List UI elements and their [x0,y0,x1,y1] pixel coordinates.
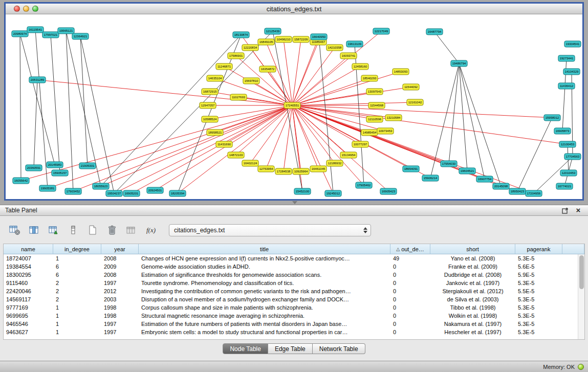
table-row[interactable]: 946362711997Embryonic stem cells: a mode… [4,328,584,336]
graph-node[interactable]: 12458160 [352,63,368,70]
graph-edge[interactable] [459,63,485,179]
table-cell[interactable]: 5.3E-5 [515,328,562,336]
graph-node[interactable]: 19245012 [325,190,341,196]
graph-edge[interactable] [459,63,467,171]
table-cell[interactable]: 5.6E-5 [515,262,562,271]
table-cell[interactable]: 5.9E-5 [515,271,562,279]
table-cell[interactable]: Dudbridge et al. (2008) [430,271,515,279]
table-cell[interactable]: 1997 [101,279,139,287]
graph-node[interactable]: 20145098 [493,183,509,189]
table-cell[interactable]: 0 [390,262,430,271]
graph-node[interactable]: 17204956 [526,190,542,196]
table-row[interactable]: 977716911998Corpus callosum shape and si… [4,303,584,312]
table-cell[interactable]: 0 [390,271,430,279]
tab-network-table[interactable]: Network Table [313,343,365,354]
graph-node[interactable]: 20980974 [12,31,28,37]
table-row[interactable]: 1830029562008Estimation of significance … [4,271,584,279]
graph-node[interactable]: 16640950 [311,34,327,40]
graph-node[interactable]: 17284538 [275,168,292,174]
graph-node[interactable]: 16354872 [259,66,276,72]
table-cell[interactable]: 5.3E-5 [515,303,562,312]
graph-edge[interactable] [434,32,459,63]
graph-edge[interactable] [292,105,568,144]
graph-node[interactable]: 19613109 [346,41,363,47]
graph-node[interactable]: 16461045 [310,166,326,172]
table-cell[interactable]: Embryonic stem cells: a model to study s… [139,328,390,336]
graph-edge[interactable] [292,105,534,193]
graph-node[interactable]: 15906214 [422,175,439,181]
graph-edge[interactable] [517,118,552,191]
table-cell[interactable]: 5.3E-5 [515,279,562,287]
table-cell[interactable]: 5.5E-5 [515,287,562,295]
graph-node[interactable]: 13097543 [366,89,383,95]
table-cell[interactable]: 1997 [101,328,139,336]
table-cell[interactable]: Jankovic et al. (1997) [430,279,515,287]
table-row[interactable]: 911546021997Tourette syndrome. Phenomeno… [4,279,584,287]
graph-node[interactable]: 17903452 [65,188,81,194]
graph-node[interactable]: 15452100 [294,188,311,194]
table-cell[interactable]: Yano et al. (2008) [430,254,515,262]
table-cell[interactable]: 5.3E-5 [515,320,562,328]
graph-node[interactable]: 14853093 [393,69,409,75]
tab-edge-table[interactable]: Edge Table [268,343,313,354]
graph-node[interactable]: 14635104 [207,75,223,81]
graph-node[interactable]: 14872103 [228,152,244,158]
graph-node[interactable]: 14985454 [361,129,378,136]
graph-node[interactable]: 16905201 [123,190,140,196]
select-columns-icon[interactable] [27,224,42,237]
graph-node[interactable]: 10973453 [377,128,394,134]
graph-node[interactable]: 17586901 [228,53,244,59]
graph-edge[interactable] [51,35,60,173]
table-cell[interactable]: 1998 [101,303,139,312]
graph-node[interactable]: 16872915 [202,89,218,95]
network-canvas[interactable]: 1724055111544568121105961498545410077297… [6,14,582,199]
graph-node[interactable]: 18654091 [403,166,419,172]
graph-node[interactable]: 18958521 [207,129,223,136]
graph-node[interactable]: 16905873 [554,128,571,134]
table-cell[interactable]: Franke et al. (2009) [430,262,515,271]
function-builder-icon[interactable]: f(x) [143,224,159,237]
table-cell[interactable]: Changes of HCN gene expression and I(f) … [139,254,390,262]
graph-edge[interactable] [73,105,292,191]
graph-node[interactable]: 12125439 [265,28,281,34]
graph-node[interactable]: 15697810 [243,78,259,84]
table-cell[interactable]: Estimation of the future numbers of pati… [139,320,390,328]
table-cell[interactable]: 2003 [101,295,139,303]
graph-node[interactable]: 12753954 [258,166,274,172]
map-table-icon[interactable] [124,224,139,237]
graph-node[interactable]: 16119541 [27,27,43,33]
graph-node[interactable]: 15134954 [340,152,357,158]
graph-node[interactable]: 10496210 [275,36,292,42]
graph-node[interactable]: 19604521 [459,168,475,174]
graph-node[interactable]: 12220834 [242,45,258,51]
graph-node[interactable]: 12100453 [559,141,576,147]
table-cell[interactable]: Estimation of significance thresholds fo… [139,271,390,279]
graph-node[interactable]: 20360591 [26,165,42,171]
graph-node[interactable]: 20145983 [47,162,63,168]
table-cell[interactable]: 1 [53,254,101,262]
table-cell[interactable]: 9699695 [4,312,53,320]
graph-node[interactable]: 19905381 [39,185,56,191]
graph-edge[interactable] [266,42,292,105]
graph-node[interactable]: 12161042 [407,99,423,105]
graph-node[interactable]: 16093741 [340,53,357,59]
graph-node[interactable]: 18055923 [93,183,109,189]
table-cell[interactable]: 6 [53,271,101,279]
table-row[interactable]: 969969511998Structural magnetic resonanc… [4,312,584,320]
table-cell[interactable]: 49 [390,254,430,262]
graph-node[interactable]: 10588524 [202,116,218,122]
graph-node[interactable]: 21905301 [79,163,96,169]
vertical-scrollbar[interactable] [578,254,584,340]
graph-node[interactable]: 10077297 [352,141,368,147]
table-cell[interactable]: 5.3E-5 [515,312,562,320]
column-header-year[interactable]: year [101,244,139,254]
column-header-out_de[interactable]: △out_de… [390,244,430,254]
graph-node[interactable]: 12947057 [200,102,216,108]
tab-node-table[interactable]: Node Table [223,343,268,354]
graph-node[interactable]: 11431690 [216,141,232,147]
graph-node[interactable]: 17704563 [564,154,581,160]
table-cell[interactable]: 0 [390,295,430,303]
graph-node[interactable]: 18205394 [169,190,186,196]
table-cell[interactable]: 19384554 [4,262,53,271]
graph-edge[interactable] [21,105,292,181]
